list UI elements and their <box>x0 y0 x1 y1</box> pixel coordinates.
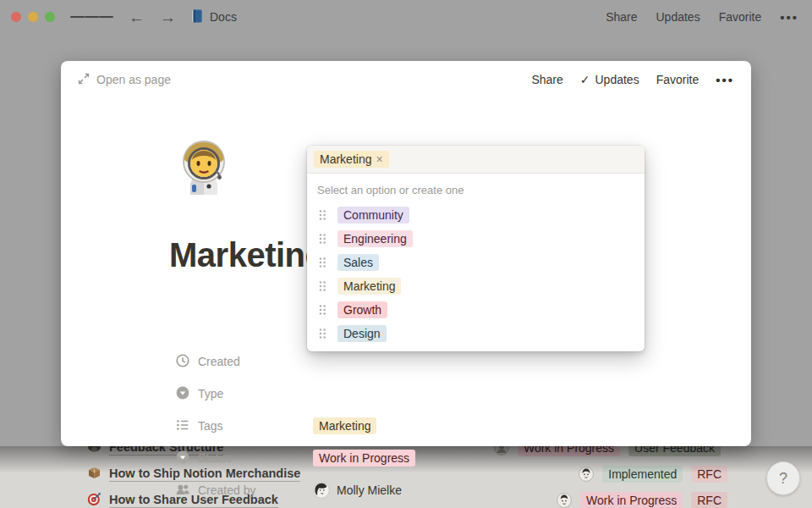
drag-handle-icon[interactable] <box>317 209 327 221</box>
minimize-window-button[interactable] <box>28 12 38 22</box>
tag-option-design[interactable]: Design <box>307 322 645 345</box>
breadcrumb-label: Docs <box>210 10 237 24</box>
created-by-name: Molly Mielke <box>337 483 402 497</box>
modal-share-button[interactable]: Share <box>531 73 562 86</box>
selected-tag-chip[interactable]: Marketing × <box>314 151 389 168</box>
status-badge[interactable]: Implemented <box>602 466 683 483</box>
question-mark-icon: ? <box>779 470 787 488</box>
property-row-tags[interactable]: Tags Marketing <box>175 413 415 439</box>
tag-badge[interactable]: Marketing <box>313 417 376 434</box>
app-titlebar: ← → Docs Share Updates Favorite ••• <box>0 0 812 34</box>
help-button[interactable]: ? <box>766 461 800 495</box>
sidebar-toggle-button[interactable] <box>70 14 113 20</box>
tag-badge: Growth <box>337 301 387 318</box>
tag-option-list: Community Engineering Sales <box>307 201 645 351</box>
tag-option-engineering[interactable]: Engineering <box>307 227 645 251</box>
tag-option-growth[interactable]: Growth <box>307 298 645 322</box>
avatar <box>579 467 594 482</box>
property-value-tags[interactable]: Marketing <box>313 417 376 434</box>
drag-handle-icon[interactable] <box>317 233 327 245</box>
tag-badge: Community <box>337 207 409 224</box>
tag-select-dropdown: Marketing × Select an option or create o… <box>307 146 645 351</box>
drag-handle-icon[interactable] <box>317 328 327 340</box>
avatar <box>313 482 330 499</box>
property-value-status[interactable]: Work in Progress <box>313 450 415 467</box>
select-circle-icon <box>175 450 190 467</box>
drag-handle-icon[interactable] <box>317 304 327 316</box>
tag-option-marketing[interactable]: Marketing <box>307 274 645 298</box>
topbar-favorite-button[interactable]: Favorite <box>719 10 762 24</box>
modal-more-icon[interactable]: ••• <box>716 73 734 87</box>
remove-tag-icon[interactable]: × <box>376 152 382 167</box>
open-as-page-button[interactable]: Open as page <box>78 73 171 87</box>
drag-handle-icon[interactable] <box>317 280 327 292</box>
forward-button[interactable]: → <box>160 9 176 25</box>
clock-icon <box>175 353 190 371</box>
expand-diagonal-icon <box>78 73 90 87</box>
dropdown-hint: Select an option or create one <box>307 174 645 201</box>
modal-updates-button[interactable]: ✓ Updates <box>580 73 639 86</box>
drag-handle-icon[interactable] <box>317 257 327 268</box>
property-row-created[interactable]: Created <box>175 349 415 374</box>
open-as-page-label: Open as page <box>96 73 171 86</box>
topbar-share-button[interactable]: Share <box>606 10 637 24</box>
tag-option-sales[interactable]: Sales <box>307 251 645 274</box>
tag-badge[interactable]: RFC <box>691 466 727 483</box>
people-icon <box>175 482 190 500</box>
checkmark-icon: ✓ <box>580 73 590 86</box>
tag-badge: Marketing <box>337 278 401 295</box>
select-circle-icon <box>175 385 190 403</box>
back-button[interactable]: ← <box>129 9 145 25</box>
tag-badge: Engineering <box>337 230 413 247</box>
list-icon <box>175 417 190 435</box>
package-emoji <box>87 466 102 483</box>
tag-badge: Sales <box>337 254 379 271</box>
tag-badge[interactable]: RFC <box>691 492 727 508</box>
avatar <box>557 493 572 508</box>
topbar-updates-button[interactable]: Updates <box>656 10 700 24</box>
window-controls <box>11 12 55 22</box>
close-window-button[interactable] <box>11 12 21 22</box>
property-list: Created Type <box>175 349 415 508</box>
property-value-created-by[interactable]: Molly Mielke <box>313 482 402 499</box>
page-title[interactable]: Marketing <box>169 236 325 274</box>
property-row-type[interactable]: Type <box>175 381 415 406</box>
docs-book-icon <box>189 8 204 26</box>
status-badge[interactable]: Work in Progress <box>580 492 683 508</box>
page-emoji-woman-astronaut[interactable] <box>172 137 236 202</box>
property-row-created-by[interactable]: Created by Molly Mielke <box>175 478 415 503</box>
status-badge[interactable]: Work in Progress <box>313 450 415 467</box>
tag-search-input[interactable]: Marketing × <box>307 146 645 174</box>
property-row-status[interactable]: Status Work in Progress <box>175 445 415 471</box>
topbar-more-icon[interactable]: ••• <box>780 10 798 25</box>
breadcrumb[interactable]: Docs <box>189 8 237 26</box>
modal-favorite-button[interactable]: Favorite <box>656 73 700 86</box>
target-emoji <box>87 492 102 508</box>
zoom-window-button[interactable] <box>45 12 55 22</box>
tag-badge: Design <box>337 325 387 342</box>
tag-option-community[interactable]: Community <box>307 203 645 227</box>
